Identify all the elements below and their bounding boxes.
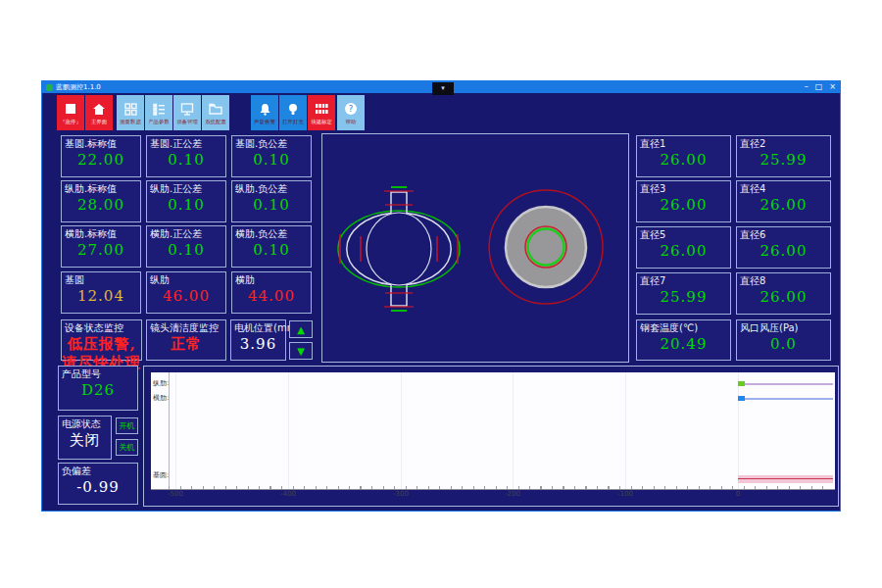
cell-diameter-8: 直径8 26.00: [736, 272, 831, 315]
value: 26.00: [637, 242, 730, 260]
gridline: [513, 372, 514, 489]
cell-cross-rib-minus-tol: 横肋.负公差 0.10: [231, 225, 312, 268]
emergency-stop-button[interactable]: 『急停』: [57, 95, 84, 130]
main-screen-button[interactable]: 主界面: [85, 95, 113, 130]
rebar-profile-graphic: [322, 134, 628, 362]
maximize-button[interactable]: □: [815, 81, 823, 93]
motor-position: 电机位置(mm) 3.96: [230, 319, 286, 361]
cell-base-circle-plus-tol: 基圆.正公差 0.10: [146, 135, 226, 177]
value: 26.00: [737, 242, 830, 260]
neg-deviation-box: 负偏差 -0.99: [58, 463, 138, 505]
x-tick-label: -200: [498, 490, 527, 498]
motor-position-value: 3.96: [231, 335, 285, 353]
power-state-box: 电源状态 关闭: [58, 416, 112, 460]
cell-long-rib-nominal: 纵肋.标称值 28.00: [61, 180, 141, 222]
help-button[interactable]: ? 帮助: [337, 95, 365, 130]
value: 0.10: [147, 241, 225, 259]
cell-base-circle-measured: 基圆 12.04: [61, 271, 141, 314]
gauge-blocks-icon: [315, 102, 328, 117]
cell-diameter-5: 直径5 26.00: [636, 226, 731, 269]
value: 0.10: [232, 196, 311, 214]
system-config-button[interactable]: 系统配置: [202, 95, 229, 130]
value: 25.99: [637, 288, 730, 306]
cross-section-panel: [321, 133, 629, 363]
gridline: [625, 372, 626, 489]
value: 26.00: [637, 196, 730, 214]
value: 0.10: [232, 241, 311, 259]
series-line-cross-rib: [738, 398, 833, 400]
value: 44.00: [232, 287, 311, 305]
cell-base-circle-minus-tol: 基圆.负公差 0.10: [231, 135, 312, 177]
cell-diameter-6: 直径6 26.00: [736, 226, 831, 269]
gauge-calibration-button[interactable]: 块规标定: [308, 95, 335, 130]
minimize-button[interactable]: –: [805, 81, 808, 93]
gridline: [401, 372, 402, 489]
x-tick-label: -500: [161, 490, 190, 498]
value: 12.04: [62, 287, 140, 305]
lens-clean-monitor: 镜头清洁度监控 正常: [146, 319, 226, 361]
value: 28.00: [62, 196, 140, 214]
value: 0.0: [737, 335, 830, 353]
cell-diameter-1: 直径1 26.00: [636, 135, 731, 177]
sound-alarm-button[interactable]: 声音告警: [251, 95, 278, 130]
measure-data-button[interactable]: 测量数据: [117, 95, 144, 130]
value: 26.00: [737, 288, 830, 306]
trend-plot-area: 纵肋: 横肋: 基圆:: [151, 372, 835, 490]
light-on-button[interactable]: 打开灯光: [279, 95, 307, 130]
cell-cross-rib-nominal: 横肋.标称值 27.00: [61, 225, 141, 268]
value: 26.00: [737, 196, 830, 214]
chevron-down-tab[interactable]: ▾: [432, 82, 454, 95]
grid-icon: [124, 102, 137, 117]
series-marker-cross-rib: [738, 396, 745, 401]
cell-long-rib-plus-tol: 纵肋.正公差 0.10: [146, 180, 226, 222]
stop-icon: [65, 102, 76, 117]
value: 25.99: [737, 151, 830, 169]
value: 46.00: [147, 287, 225, 305]
power-off-button[interactable]: 关机: [116, 439, 138, 456]
power-on-button[interactable]: 开机: [116, 417, 138, 434]
camera-view-figure: [489, 190, 603, 304]
series-label-base-circle: 基圆:: [153, 472, 169, 479]
cell-diameter-7: 直径7 25.99: [636, 272, 731, 315]
cell-cross-rib-measured: 横肋 44.00: [231, 271, 312, 314]
device-icon: [180, 102, 194, 117]
cell-long-rib-minus-tol: 纵肋.负公差 0.10: [231, 180, 312, 222]
value: 26.00: [637, 151, 730, 169]
series-line-base-circle: [738, 478, 833, 479]
gridline: [288, 372, 289, 489]
up-triangle-icon: ▲: [297, 324, 305, 335]
bulb-icon: [287, 102, 299, 117]
app-icon: [46, 84, 53, 91]
series-label-long-rib: 纵肋:: [153, 380, 169, 387]
power-state-value: 关闭: [59, 431, 111, 450]
trend-chart-panel: 纵肋: 横肋: 基圆: -500 -400 -300 -200 -100 0: [143, 366, 839, 507]
cell-long-rib-measured: 纵肋 46.00: [146, 271, 226, 314]
gridline: [738, 372, 739, 489]
series-band-base-circle: [738, 475, 833, 483]
value: 20.49: [637, 335, 730, 353]
motor-down-button[interactable]: ▼: [289, 342, 313, 360]
cell-diameter-2: 直径2 25.99: [736, 135, 831, 177]
svg-text:?: ?: [349, 104, 354, 114]
series-label-cross-rib: 横肋:: [153, 395, 169, 402]
motor-up-button[interactable]: ▲: [289, 320, 313, 338]
cell-sleeve-temperature: 钢套温度(℃) 20.49: [636, 319, 731, 361]
value: 0.10: [147, 196, 225, 214]
value: 0.10: [232, 151, 311, 169]
product-model-box: 产品型号 D26: [58, 366, 138, 411]
cell-base-circle-nominal: 基圆.标称值 22.00: [61, 135, 141, 177]
app-window: 蓝鹏测控1.1.0 – □ × ▾ 『急停』 主界面 测量数据 产品参数 设备管…: [41, 80, 841, 512]
help-icon: ?: [344, 102, 358, 117]
device-manage-button[interactable]: 设备管理: [173, 95, 201, 130]
product-params-button[interactable]: 产品参数: [145, 95, 172, 130]
close-button[interactable]: ×: [829, 81, 836, 93]
x-axis-minor-ticks: [169, 486, 833, 489]
bell-icon: [259, 102, 271, 117]
cell-air-pressure: 风口风压(Pa) 0.0: [736, 319, 831, 361]
gridline: [175, 372, 176, 489]
cell-cross-rib-plus-tol: 横肋.正公差 0.10: [146, 225, 226, 268]
product-model-value: D26: [59, 381, 137, 399]
down-triangle-icon: ▼: [297, 346, 305, 357]
value: 0.10: [147, 151, 225, 169]
neg-deviation-value: -0.99: [59, 478, 137, 496]
